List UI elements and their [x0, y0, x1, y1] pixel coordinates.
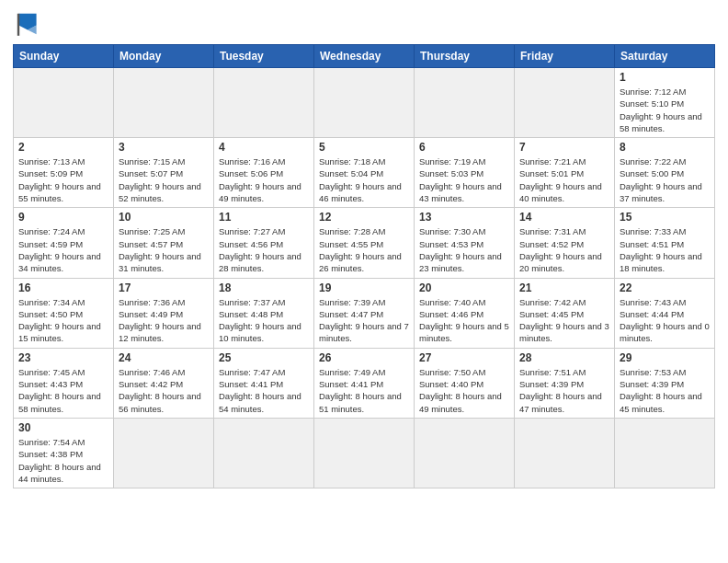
calendar-cell: 15Sunrise: 7:33 AM Sunset: 4:51 PM Dayli… — [615, 208, 715, 278]
day-info: Sunrise: 7:31 AM Sunset: 4:52 PM Dayligh… — [519, 225, 609, 274]
header — [13, 9, 715, 39]
page: SundayMondayTuesdayWednesdayThursdayFrid… — [0, 0, 728, 498]
calendar-cell: 6Sunrise: 7:19 AM Sunset: 5:03 PM Daylig… — [415, 138, 515, 208]
day-info: Sunrise: 7:18 AM Sunset: 5:04 PM Dayligh… — [319, 155, 409, 204]
day-info: Sunrise: 7:21 AM Sunset: 5:01 PM Dayligh… — [519, 155, 609, 204]
day-info: Sunrise: 7:28 AM Sunset: 4:55 PM Dayligh… — [319, 225, 409, 274]
calendar-cell: 4Sunrise: 7:16 AM Sunset: 5:06 PM Daylig… — [214, 138, 314, 208]
calendar-cell: 24Sunrise: 7:46 AM Sunset: 4:42 PM Dayli… — [114, 348, 214, 418]
day-number: 25 — [219, 351, 309, 364]
calendar-cell — [214, 68, 314, 138]
day-number: 16 — [18, 282, 108, 294]
calendar-cell — [515, 68, 615, 138]
calendar-cell: 14Sunrise: 7:31 AM Sunset: 4:52 PM Dayli… — [515, 208, 615, 278]
calendar-cell — [14, 68, 114, 138]
calendar-cell — [314, 68, 415, 138]
day-number: 12 — [319, 211, 409, 224]
day-info: Sunrise: 7:19 AM Sunset: 5:03 PM Dayligh… — [419, 155, 509, 204]
calendar-cell: 25Sunrise: 7:47 AM Sunset: 4:41 PM Dayli… — [214, 348, 314, 418]
calendar-cell — [114, 418, 214, 488]
day-info: Sunrise: 7:53 AM Sunset: 4:39 PM Dayligh… — [620, 366, 710, 415]
day-number: 23 — [18, 351, 108, 364]
day-number: 24 — [119, 351, 209, 364]
calendar-cell — [415, 68, 515, 138]
calendar-cell: 1Sunrise: 7:12 AM Sunset: 5:10 PM Daylig… — [615, 68, 715, 138]
calendar-cell: 23Sunrise: 7:45 AM Sunset: 4:43 PM Dayli… — [14, 348, 114, 418]
day-number: 11 — [219, 211, 309, 224]
day-number: 19 — [319, 282, 409, 294]
calendar-cell — [515, 418, 615, 488]
calendar-cell: 7Sunrise: 7:21 AM Sunset: 5:01 PM Daylig… — [515, 138, 615, 208]
weekday-header-thursday: Thursday — [415, 45, 515, 68]
day-number: 26 — [319, 351, 409, 364]
day-info: Sunrise: 7:50 AM Sunset: 4:40 PM Dayligh… — [419, 366, 509, 415]
day-info: Sunrise: 7:30 AM Sunset: 4:53 PM Dayligh… — [419, 225, 509, 274]
day-info: Sunrise: 7:16 AM Sunset: 5:06 PM Dayligh… — [219, 155, 309, 204]
day-number: 30 — [18, 421, 108, 434]
calendar-cell: 17Sunrise: 7:36 AM Sunset: 4:49 PM Dayli… — [114, 278, 214, 348]
logo — [13, 9, 46, 39]
weekday-header-sunday: Sunday — [14, 45, 114, 68]
calendar-cell — [214, 418, 314, 488]
calendar-cell — [114, 68, 214, 138]
calendar-cell: 29Sunrise: 7:53 AM Sunset: 4:39 PM Dayli… — [615, 348, 715, 418]
day-info: Sunrise: 7:33 AM Sunset: 4:51 PM Dayligh… — [620, 225, 710, 274]
day-info: Sunrise: 7:43 AM Sunset: 4:44 PM Dayligh… — [620, 296, 710, 345]
day-info: Sunrise: 7:27 AM Sunset: 4:56 PM Dayligh… — [219, 225, 309, 274]
day-number: 20 — [419, 282, 509, 294]
day-info: Sunrise: 7:42 AM Sunset: 4:45 PM Dayligh… — [519, 296, 609, 345]
weekday-header-saturday: Saturday — [615, 45, 715, 68]
day-number: 6 — [419, 141, 509, 154]
calendar-cell — [615, 418, 715, 488]
calendar-cell: 8Sunrise: 7:22 AM Sunset: 5:00 PM Daylig… — [615, 138, 715, 208]
day-number: 13 — [419, 211, 509, 224]
calendar-cell: 26Sunrise: 7:49 AM Sunset: 4:41 PM Dayli… — [314, 348, 415, 418]
weekday-header-friday: Friday — [515, 45, 615, 68]
week-row-1: 2Sunrise: 7:13 AM Sunset: 5:09 PM Daylig… — [14, 138, 715, 208]
day-info: Sunrise: 7:34 AM Sunset: 4:50 PM Dayligh… — [18, 296, 108, 345]
day-number: 8 — [620, 141, 710, 154]
day-info: Sunrise: 7:39 AM Sunset: 4:47 PM Dayligh… — [319, 296, 409, 345]
week-row-2: 9Sunrise: 7:24 AM Sunset: 4:59 PM Daylig… — [14, 208, 715, 278]
calendar-cell: 13Sunrise: 7:30 AM Sunset: 4:53 PM Dayli… — [415, 208, 515, 278]
week-row-3: 16Sunrise: 7:34 AM Sunset: 4:50 PM Dayli… — [14, 278, 715, 348]
day-number: 27 — [419, 351, 509, 364]
day-number: 9 — [18, 211, 108, 224]
calendar-cell: 30Sunrise: 7:54 AM Sunset: 4:38 PM Dayli… — [14, 418, 114, 488]
calendar-cell: 28Sunrise: 7:51 AM Sunset: 4:39 PM Dayli… — [515, 348, 615, 418]
day-number: 28 — [519, 351, 609, 364]
day-info: Sunrise: 7:36 AM Sunset: 4:49 PM Dayligh… — [119, 296, 209, 345]
day-info: Sunrise: 7:40 AM Sunset: 4:46 PM Dayligh… — [419, 296, 509, 345]
week-row-5: 30Sunrise: 7:54 AM Sunset: 4:38 PM Dayli… — [14, 418, 715, 488]
logo-icon — [13, 9, 42, 39]
weekday-header-monday: Monday — [114, 45, 214, 68]
day-number: 15 — [620, 211, 710, 224]
day-info: Sunrise: 7:13 AM Sunset: 5:09 PM Dayligh… — [18, 155, 108, 204]
calendar-cell — [314, 418, 415, 488]
week-row-4: 23Sunrise: 7:45 AM Sunset: 4:43 PM Dayli… — [14, 348, 715, 418]
calendar-cell: 19Sunrise: 7:39 AM Sunset: 4:47 PM Dayli… — [314, 278, 415, 348]
day-number: 5 — [319, 141, 409, 154]
day-number: 14 — [519, 211, 609, 224]
day-number: 29 — [620, 351, 710, 364]
calendar-cell: 16Sunrise: 7:34 AM Sunset: 4:50 PM Dayli… — [14, 278, 114, 348]
day-number: 10 — [119, 211, 209, 224]
day-info: Sunrise: 7:22 AM Sunset: 5:00 PM Dayligh… — [620, 155, 710, 204]
day-number: 1 — [620, 71, 710, 84]
day-info: Sunrise: 7:37 AM Sunset: 4:48 PM Dayligh… — [219, 296, 309, 345]
day-info: Sunrise: 7:15 AM Sunset: 5:07 PM Dayligh… — [119, 155, 209, 204]
calendar-cell: 22Sunrise: 7:43 AM Sunset: 4:44 PM Dayli… — [615, 278, 715, 348]
day-number: 4 — [219, 141, 309, 154]
weekday-header-row: SundayMondayTuesdayWednesdayThursdayFrid… — [14, 45, 715, 68]
calendar-cell: 5Sunrise: 7:18 AM Sunset: 5:04 PM Daylig… — [314, 138, 415, 208]
day-number: 18 — [219, 282, 309, 294]
svg-rect-3 — [17, 14, 19, 36]
weekday-header-tuesday: Tuesday — [214, 45, 314, 68]
day-number: 22 — [620, 282, 710, 294]
day-info: Sunrise: 7:24 AM Sunset: 4:59 PM Dayligh… — [18, 225, 108, 274]
calendar-cell: 18Sunrise: 7:37 AM Sunset: 4:48 PM Dayli… — [214, 278, 314, 348]
calendar-cell: 2Sunrise: 7:13 AM Sunset: 5:09 PM Daylig… — [14, 138, 114, 208]
day-number: 2 — [18, 141, 108, 154]
day-number: 21 — [519, 282, 609, 294]
calendar-cell: 11Sunrise: 7:27 AM Sunset: 4:56 PM Dayli… — [214, 208, 314, 278]
